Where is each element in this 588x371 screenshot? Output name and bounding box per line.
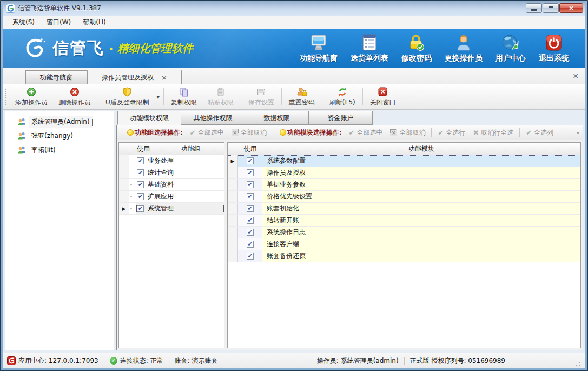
checkbox[interactable]: ✔ [137, 193, 144, 200]
status-separator [404, 357, 405, 365]
checkbox[interactable]: ✔ [247, 253, 254, 260]
menu-system[interactable]: 系统(S) [7, 16, 40, 29]
module-grid-row[interactable]: ✔ 系统操作日志 [228, 227, 580, 239]
module-grid-row[interactable]: ✔ 连接客户端 [228, 239, 580, 250]
brand-separator: · [109, 42, 113, 55]
module-name: 单据业务参数 [262, 179, 580, 190]
module-select-all-button[interactable]: ✔全部选中 [349, 128, 383, 137]
tab-capital-account[interactable]: 资金账户 [309, 111, 373, 125]
module-col-use[interactable]: 使用 [238, 143, 262, 155]
uncheck-box-icon: × [390, 129, 397, 136]
tab-data-permission[interactable]: 数据权限 [245, 111, 309, 125]
group-grid-header: 使用 功能组 [119, 143, 224, 155]
banner-button-delivery-list[interactable]: 送货单列表 [351, 34, 388, 63]
operator-tree: 系统管理员(Admin) 张亚(zhangy) 李拓(lit) [5, 115, 114, 157]
selection-bar-overflow-icon[interactable]: ▾ [577, 130, 579, 136]
tab-module-permission[interactable]: 功能模块权限 [117, 111, 181, 125]
resize-grip[interactable] [576, 361, 581, 367]
minimize-button[interactable] [526, 3, 542, 13]
select-row-button[interactable]: ✔全选行 [438, 128, 465, 137]
group-grid-row[interactable]: ▶ ✔ 系统管理 [119, 203, 224, 215]
app-logo-icon [6, 4, 15, 13]
tab-other-permission[interactable]: 其他操作权限 [181, 111, 245, 125]
operator-tree-item[interactable]: 张亚(zhangy) [5, 129, 114, 143]
select-col-button[interactable]: ✔全选列 [526, 128, 553, 137]
banner-button-nav[interactable]: 功能导航窗 [300, 34, 338, 63]
bulb-icon [127, 129, 134, 136]
checkbox[interactable]: ✔ [247, 181, 254, 188]
x-icon: ✖ [473, 129, 479, 137]
group-cancel-all-button[interactable]: ×全部取消 [232, 128, 267, 137]
save-settings-button: 保存设置 [243, 85, 280, 108]
refresh-button[interactable]: 刷新(F5) [324, 85, 361, 108]
paste-permission-button: 粘贴权限 [202, 85, 239, 108]
close-window-button[interactable]: 关闭窗口 [365, 85, 401, 108]
checkbox[interactable]: ✔ [137, 169, 144, 176]
check-icon: ✔ [526, 129, 532, 137]
ushield-dropdown-icon[interactable]: ▾ [155, 94, 162, 100]
add-operator-button[interactable]: 添加操作员 [10, 85, 53, 108]
checkbox[interactable]: ✔ [247, 193, 254, 200]
group-grid-row[interactable]: ✔ 统计查询 [119, 167, 224, 179]
checkbox[interactable]: ✔ [247, 229, 254, 236]
group-grid-row[interactable]: ✔ 扩展应用 [119, 191, 224, 203]
status-operator: 操作员: 系统管理员(admin) [317, 356, 399, 366]
cancel-row-button[interactable]: ✖取消行全选 [473, 128, 513, 137]
group-grid-row[interactable]: ✔ 业务处理 [119, 155, 224, 167]
status-separator [104, 357, 104, 365]
module-grid-row[interactable]: ✔ 单据业务参数 [228, 179, 580, 191]
menubar: 系统(S) 窗口(W) 帮助(H) [3, 16, 585, 29]
tree-connector [130, 196, 136, 197]
checkbox[interactable]: ✔ [247, 157, 254, 164]
module-name: 系统操作日志 [262, 227, 580, 238]
module-grid-row[interactable]: ✔ 操作员及授权 [228, 167, 580, 179]
banner-button-change-password[interactable]: 修改密码 [401, 34, 432, 63]
module-cancel-all-button[interactable]: ×全部取消 [390, 128, 425, 137]
checkbox[interactable]: ✔ [137, 157, 144, 164]
close-icon: × [569, 4, 574, 12]
operator-tree-item[interactable]: 李拓(lit) [5, 143, 114, 157]
group-grid-row[interactable]: ✔ 基础资料 [119, 179, 224, 191]
group-col-name[interactable]: 功能组 [157, 143, 224, 155]
checkbox[interactable]: ✔ [137, 205, 144, 212]
tab-operator-management[interactable]: 操作员管理及授权 × [87, 70, 182, 84]
monitor-icon [309, 34, 328, 52]
tab-close-icon[interactable]: × [161, 74, 167, 82]
checkbox[interactable]: ✔ [247, 169, 254, 176]
operator-tree-item[interactable]: 系统管理员(Admin) [5, 115, 114, 129]
tab-nav-window[interactable]: 功能导航窗 [25, 70, 87, 84]
status-app-center: 应用中心: 127.0.0.1:7093 [7, 356, 98, 366]
group-select-all-button[interactable]: ✔全部选中 [190, 128, 224, 137]
module-col-name[interactable]: 功能模块 [262, 143, 580, 155]
delete-icon [70, 87, 80, 97]
toolbar-separator [163, 88, 164, 105]
menu-window[interactable]: 窗口(W) [41, 16, 76, 29]
maximize-button[interactable] [543, 3, 559, 13]
function-module-grid: 使用 功能模块 ▶ ✔ 系统参数配置 ✔ 操作员及授权 ✔ 单据业务参数 ✔ 价… [227, 142, 581, 348]
ushield-login-limit-button[interactable]: U盾及登录限制 [100, 85, 155, 108]
banner-button-exit[interactable]: 退出系统 [539, 34, 569, 63]
module-grid-row[interactable]: ✔ 价格优先级设置 [228, 191, 580, 203]
module-name: 系统参数配置 [262, 155, 580, 167]
menu-help[interactable]: 帮助(H) [77, 16, 111, 29]
checkbox[interactable]: ✔ [247, 217, 254, 224]
checkbox[interactable]: ✔ [137, 181, 144, 188]
module-grid-row[interactable]: ▶ ✔ 系统参数配置 [228, 155, 580, 167]
delete-operator-button[interactable]: 删除操作员 [53, 85, 96, 108]
tabstrip-close-icon[interactable]: × [572, 71, 579, 80]
group-col-use[interactable]: 使用 [129, 143, 157, 155]
banner-button-user-center[interactable]: 用户中心 [495, 34, 526, 63]
checkbox[interactable]: ✔ [247, 205, 254, 212]
banner-button-switch-operator[interactable]: 更换操作员 [445, 34, 483, 63]
operator-tree-panel: 系统管理员(Admin) 张亚(zhangy) 李拓(lit) [5, 111, 114, 350]
module-grid-row[interactable]: ✔ 账套备份还原 [228, 250, 580, 262]
checkbox[interactable]: ✔ [247, 241, 254, 248]
close-button[interactable]: × [559, 3, 583, 13]
module-grid-row[interactable]: ✔ 结转新开账 [228, 215, 580, 227]
window-title: 信管飞送货单软件 V9.1.387 [18, 4, 101, 13]
module-grid-header: 使用 功能模块 [228, 143, 580, 155]
reset-password-button[interactable]: 重置密码 [283, 85, 320, 108]
copy-permission-button[interactable]: 复制权限 [166, 85, 202, 108]
module-grid-row[interactable]: ✔ 账套初始化 [228, 203, 580, 215]
paste-icon [216, 87, 226, 97]
